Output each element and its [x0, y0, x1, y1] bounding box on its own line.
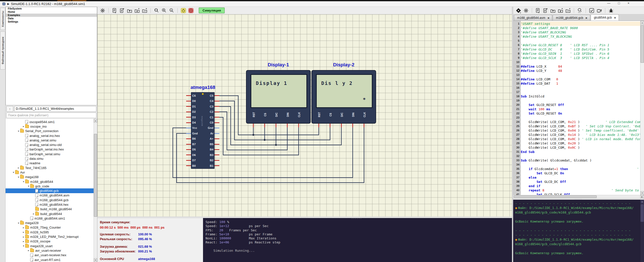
nav-item-home[interactable]: Home — [6, 10, 97, 14]
folder-save-button[interactable] — [557, 7, 564, 14]
folder-up-button[interactable]: ↑ — [6, 106, 13, 112]
tree-item[interactable]: ▸oscope_ino — [6, 124, 94, 129]
mcu-pin-C4[interactable] — [215, 101, 219, 101]
tree-item[interactable]: barGraph_serial.simu — [6, 152, 94, 156]
scroll-thumb[interactable] — [640, 25, 644, 63]
tab-m168_glcd8544.gcb[interactable]: m168_glcd8544.gcb× — [553, 15, 590, 21]
chevron-right-icon[interactable]: ▸ — [32, 213, 35, 215]
doc-reload-button[interactable] — [535, 7, 541, 14]
path-input[interactable] — [14, 106, 96, 112]
tree-item[interactable]: avr_usart-RT.sim1 — [6, 257, 94, 262]
power-button[interactable] — [180, 7, 187, 14]
tree-item[interactable]: readme — [6, 161, 94, 166]
mcu-pin-C2[interactable] — [215, 112, 219, 112]
close-icon[interactable]: × — [614, 16, 616, 20]
find-button[interactable] — [577, 7, 583, 14]
folder-open-button[interactable] — [126, 7, 133, 14]
scroll-down-icon[interactable]: ▼ — [94, 258, 97, 262]
scroll-up-icon[interactable]: ▲ — [94, 119, 97, 123]
scroll-down-icon[interactable]: ▼ — [640, 191, 644, 195]
mcu-pin-D7[interactable] — [186, 160, 191, 161]
folder-saveas-button[interactable] — [565, 7, 571, 14]
mcu-pin-D1[interactable] — [186, 106, 191, 107]
zoom-fit-button[interactable] — [153, 7, 160, 14]
tree-item[interactable]: build_m168_glcd8544 — [6, 207, 94, 212]
code-editor[interactable]: 1234567891011121314151617181920212223242… — [513, 21, 644, 198]
simulation-status-badge[interactable]: Симуляция — [199, 8, 225, 13]
nav-item-filesystem[interactable]: FileSystem — [6, 7, 97, 10]
chevron-down-icon[interactable]: ▾ — [22, 245, 25, 247]
chevron-right-icon[interactable]: ▸ — [22, 231, 25, 233]
mcu-pin-B4[interactable] — [215, 149, 219, 150]
tree-item[interactable]: ▸m328_LED_PWM_Tim2_Interrupt — [6, 234, 94, 239]
mcu-pin-D0[interactable] — [186, 101, 191, 101]
tree-item[interactable]: m168_glcd8544.sim1 — [6, 216, 94, 221]
chip-upload-button[interactable] — [596, 7, 602, 14]
tree-item[interactable]: ▸Test_74HC165 — [6, 166, 94, 170]
chevron-down-icon[interactable]: ▾ — [17, 130, 20, 132]
close-icon[interactable]: × — [585, 16, 587, 20]
close-icon[interactable]: × — [547, 16, 549, 20]
scroll-right-icon[interactable]: ▶ — [640, 195, 644, 198]
display2[interactable]: Dis l y 2 * RSTCSD/CDINCLK — [311, 70, 376, 124]
mcu-pin-D5[interactable] — [186, 149, 191, 150]
tree-item[interactable]: ▸build_glcd8544 — [6, 212, 94, 216]
compiler-select-button[interactable] — [515, 7, 522, 14]
mcu-pin-Vcc[interactable] — [186, 128, 191, 128]
display1[interactable]: Display 1 RSTCSD/CDINCLK — [246, 70, 311, 124]
mcu-pin-B2[interactable] — [215, 160, 219, 161]
tree-item[interactable]: oscope8544.sim1 — [6, 120, 94, 124]
tree-item[interactable]: ▾mega328 — [6, 221, 94, 225]
nav-item-data[interactable]: Data — [6, 17, 97, 20]
check-button[interactable] — [588, 7, 595, 14]
mcu-pin-Gnd[interactable] — [215, 128, 219, 128]
file-new-button[interactable] — [119, 7, 125, 14]
chevron-right-icon[interactable]: ▸ — [27, 249, 30, 252]
mcu-pin-C6[interactable] — [186, 95, 191, 96]
search-input[interactable] — [6, 113, 96, 118]
tree-item[interactable]: ▾Avr — [6, 170, 94, 175]
scroll-thumb[interactable] — [640, 204, 644, 222]
chevron-down-icon[interactable]: ▾ — [12, 171, 15, 174]
editor-scrollbar[interactable]: ▲ ▼ — [640, 21, 644, 195]
nav-item-settings[interactable]: Settings — [6, 20, 97, 23]
tab-file-explorer[interactable]: Файловый проводник — [0, 31, 5, 70]
tree-item[interactable]: m168_glcd8544.asm — [6, 193, 94, 198]
gear-button[interactable] — [99, 7, 106, 14]
tree-item[interactable]: data.simu — [6, 156, 94, 161]
mcu-pin-C0[interactable] — [215, 122, 219, 123]
mcu-pin-D2[interactable] — [186, 112, 191, 112]
tree-item[interactable]: m168_glcd8544.gcb — [6, 198, 94, 202]
tree-item[interactable]: ▸m328_hc595 — [6, 230, 94, 234]
tree-item[interactable]: ▾mega328_usart — [6, 244, 94, 248]
tree-item[interactable]: avr_usart-receiver.hex — [6, 253, 94, 257]
tree-item[interactable]: glcd8544.gcb — [6, 188, 94, 193]
mcu-pin-B3[interactable] — [215, 154, 219, 155]
tree-item[interactable]: m168_glcd8544.hex — [6, 202, 94, 207]
nav-item-examples[interactable]: Examples — [6, 14, 97, 17]
tree-item[interactable]: analog_serial.simu-old — [6, 142, 94, 147]
file-new-button[interactable] — [542, 7, 549, 14]
folder-save-button[interactable] — [134, 7, 140, 14]
mcu-pin-C5[interactable] — [215, 95, 219, 96]
chevron-down-icon[interactable]: ▾ — [17, 176, 20, 178]
mcu-pin-B7[interactable] — [186, 144, 191, 145]
doc-reload-button[interactable] — [111, 7, 118, 14]
editor-hscrollbar[interactable]: ▶ — [513, 195, 644, 198]
chevron-right-icon[interactable]: ▸ — [17, 167, 20, 169]
chevron-right-icon[interactable]: ▸ — [22, 236, 25, 238]
tree-item[interactable]: analog_serial.ino.hex — [6, 133, 94, 138]
mcu-atmega168[interactable]: mega168 C6C5D0C4D1C3D2C2D3C1D4C0VccGndGn… — [191, 92, 215, 169]
mcu-pin-B5[interactable] — [215, 144, 219, 145]
zoom-ext-button[interactable] — [161, 7, 167, 14]
chevron-right-icon[interactable]: ▸ — [22, 125, 25, 128]
maximize-button[interactable]: □ — [618, 1, 620, 5]
zoom-one-button[interactable]: 1 — [168, 7, 175, 14]
tree-item[interactable]: ▸avr_usart-receiver — [6, 248, 94, 253]
tree-item[interactable]: ▾Serial_Port_connection — [6, 129, 94, 133]
chevron-down-icon[interactable]: ▾ — [27, 185, 30, 187]
mcu-pin-Ar[interactable] — [215, 133, 219, 134]
gear-button[interactable] — [523, 7, 529, 14]
tree-item[interactable]: ▸m328_oscope — [6, 239, 94, 244]
tree-scrollbar[interactable]: ▲ ▼ — [94, 119, 97, 262]
